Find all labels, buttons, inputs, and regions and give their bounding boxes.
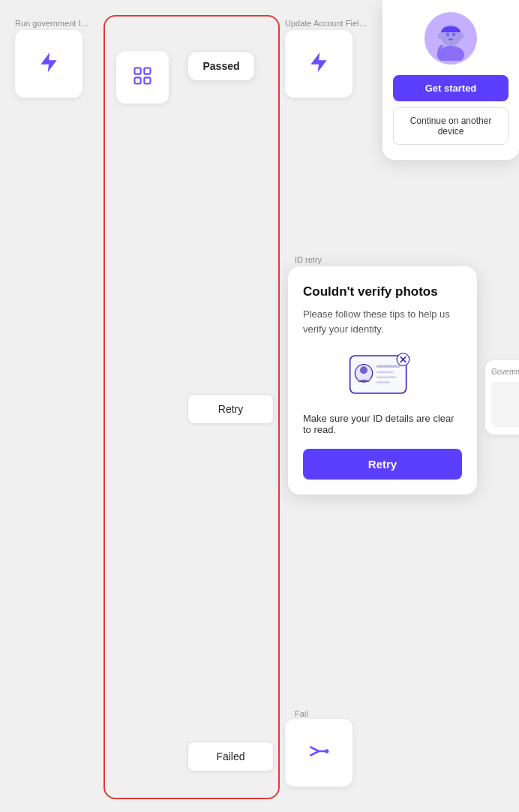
flow-retry-label: Retry [218, 403, 243, 415]
svg-rect-3 [135, 77, 141, 83]
flow-failed-button[interactable]: Failed [188, 741, 274, 771]
svg-point-11 [438, 33, 442, 39]
continue-device-button[interactable]: Continue on another device [393, 107, 508, 145]
svg-point-12 [459, 33, 464, 39]
lightning-icon [37, 50, 61, 77]
fail-node[interactable] [285, 719, 352, 786]
svg-point-9 [446, 33, 449, 37]
id-retry-label: ID retry [295, 255, 322, 264]
lightning-icon-2 [307, 50, 331, 77]
grid-icon [132, 65, 153, 89]
panel-retry-button[interactable]: Retry [303, 449, 462, 480]
svg-point-6 [325, 749, 328, 753]
svg-marker-0 [40, 53, 56, 73]
get-started-button[interactable]: Get started [393, 75, 508, 101]
merge-icon [307, 739, 331, 766]
svg-rect-2 [144, 68, 150, 74]
canvas: Run government ID verifi... Passed Updat… [0, 0, 519, 812]
panel-subtitle: Please follow these tips to help us veri… [303, 307, 462, 336]
svg-rect-1 [135, 68, 141, 74]
process-node[interactable] [116, 51, 169, 104]
flow-failed-label: Failed [216, 750, 244, 762]
update-account-label: Update Account Fields fr... [285, 19, 368, 28]
svg-rect-4 [144, 77, 150, 83]
panel-tip: Make sure your ID details are clear to r… [303, 413, 462, 435]
run-gov-label: Run government ID verifi... [15, 19, 94, 28]
svg-point-7 [437, 46, 464, 61]
id-illustration-container [303, 348, 462, 401]
svg-rect-19 [376, 381, 390, 383]
gov-id-partial-label: Governm... [491, 368, 519, 376]
svg-rect-16 [376, 365, 400, 368]
passed-node: Passed [188, 51, 255, 81]
svg-rect-17 [376, 371, 394, 374]
fail-label: Fail [295, 709, 308, 718]
svg-marker-5 [310, 53, 326, 73]
svg-rect-18 [376, 377, 397, 379]
avatar-container [393, 12, 508, 65]
panel-title: Couldn't verify photos [303, 284, 462, 299]
id-retry-panel: Couldn't verify photos Please follow the… [288, 266, 477, 495]
get-started-panel: Get started Continue on another device [382, 0, 519, 160]
passed-label: Passed [202, 60, 239, 72]
update-account-node[interactable] [285, 30, 352, 98]
avatar [424, 12, 477, 65]
svg-point-15 [360, 366, 368, 374]
run-gov-node[interactable] [15, 30, 82, 98]
svg-point-10 [452, 33, 455, 37]
flow-retry-button[interactable]: Retry [188, 394, 274, 424]
gov-id-partial-panel: Governm... [485, 360, 519, 435]
id-illustration [345, 348, 420, 401]
